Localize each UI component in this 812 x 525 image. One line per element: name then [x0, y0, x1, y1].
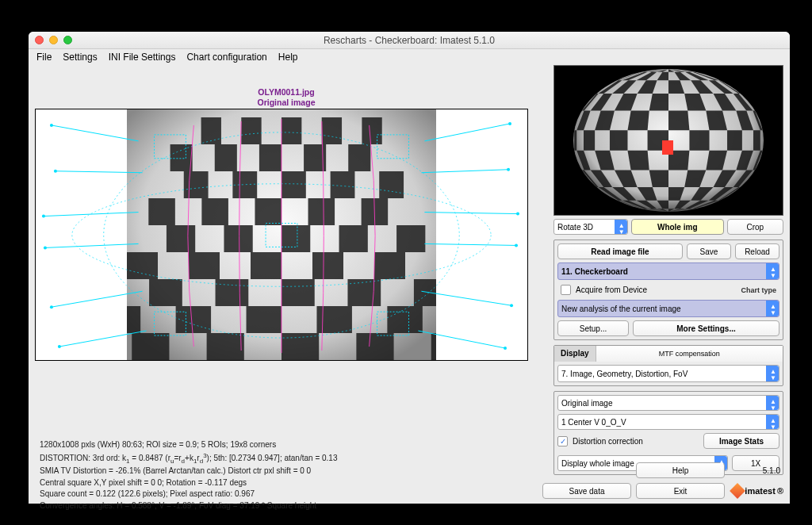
- svg-line-55: [421, 170, 508, 173]
- svg-line-54: [424, 124, 510, 141]
- titlebar: Rescharts - Checkerboard: Imatest 5.1.0: [29, 32, 790, 49]
- svg-point-61: [54, 170, 57, 173]
- svg-marker-120: [753, 130, 760, 151]
- svg-marker-119: [727, 130, 742, 151]
- svg-line-49: [56, 171, 143, 173]
- svg-point-62: [42, 215, 45, 218]
- svg-line-50: [44, 213, 139, 217]
- svg-line-58: [421, 291, 511, 305]
- svg-marker-116: [610, 130, 628, 151]
- menu-ini[interactable]: INI File Settings: [109, 52, 176, 63]
- distortion-checkbox[interactable]: ✓: [557, 436, 568, 446]
- svg-point-70: [510, 304, 513, 307]
- menu-settings[interactable]: Settings: [63, 52, 97, 63]
- main-image-view[interactable]: [35, 109, 528, 361]
- acquire-checkbox[interactable]: [561, 285, 571, 295]
- svg-marker-109: [627, 111, 649, 131]
- acquire-label: Acquire from Device: [576, 285, 647, 294]
- version-label: 5.1.0: [730, 466, 783, 475]
- svg-point-67: [507, 168, 510, 171]
- menu-help[interactable]: Help: [278, 52, 298, 63]
- menu-file[interactable]: File: [36, 52, 52, 63]
- svg-point-71: [504, 347, 507, 350]
- svg-point-69: [515, 244, 518, 247]
- distortion-vectors: [36, 109, 527, 361]
- analysis-select[interactable]: New analysis of the current image▲▼: [557, 300, 779, 317]
- display-select[interactable]: 7. Image, Geometry, Distortion, FoV▲▼: [557, 365, 779, 382]
- save-data-button[interactable]: Save data: [542, 483, 631, 499]
- svg-marker-131: [649, 170, 668, 187]
- svg-point-63: [44, 247, 47, 250]
- svg-marker-110: [668, 111, 689, 131]
- menu-chart-config[interactable]: Chart configuration: [186, 52, 266, 63]
- svg-marker-103: [649, 94, 668, 111]
- image-type-select[interactable]: Original image▲▼: [557, 395, 779, 411]
- exit-button[interactable]: Exit: [636, 483, 725, 499]
- svg-marker-118: [689, 130, 709, 151]
- svg-point-68: [516, 213, 519, 216]
- svg-rect-156: [662, 140, 673, 155]
- svg-rect-76: [377, 312, 409, 335]
- module-select[interactable]: 11. Checkerboard▲▼: [557, 262, 779, 280]
- preview-3d[interactable]: [553, 65, 783, 216]
- svg-point-60: [50, 124, 53, 127]
- svg-line-51: [45, 244, 139, 248]
- chart-type-label: Chart type: [741, 286, 776, 294]
- svg-line-52: [52, 291, 143, 307]
- svg-line-53: [59, 331, 147, 347]
- whole-img-button[interactable]: Whole img: [631, 219, 724, 235]
- setup-button[interactable]: Setup...: [557, 320, 629, 336]
- reload-button[interactable]: Reload: [735, 243, 779, 259]
- svg-marker-114: [574, 130, 576, 151]
- distortion-label: Distortion correction: [573, 437, 643, 446]
- svg-line-48: [52, 125, 139, 141]
- window-title: Rescharts - Checkerboard: Imatest 5.1.0: [29, 35, 790, 46]
- crop-button[interactable]: Crop: [727, 219, 783, 235]
- help-button[interactable]: Help: [636, 462, 725, 478]
- image-title: OLYM0011.jpg Original image: [35, 65, 538, 107]
- svg-line-56: [424, 213, 518, 214]
- display-section-label: Display: [554, 346, 596, 362]
- rotate-select[interactable]: Rotate 3D▲▼: [553, 219, 628, 235]
- diamond-icon: [730, 483, 745, 499]
- svg-point-64: [50, 305, 53, 308]
- svg-line-57: [424, 244, 516, 246]
- stats-text: 1280x1008 pxls (WxH) 80:63; ROI size = 0…: [40, 439, 337, 512]
- svg-rect-75: [155, 312, 186, 335]
- svg-point-66: [508, 122, 511, 125]
- read-image-button[interactable]: Read image file: [557, 243, 683, 259]
- more-settings-button[interactable]: More Settings...: [633, 320, 779, 336]
- brand-logo: imatest®: [730, 485, 783, 496]
- svg-line-59: [418, 331, 505, 348]
- svg-marker-115: [584, 130, 595, 151]
- svg-point-65: [58, 345, 61, 348]
- svg-marker-123: [627, 151, 649, 171]
- image-stats-button[interactable]: Image Stats: [703, 433, 779, 449]
- mtf-comp-button[interactable]: MTF compensation: [596, 346, 783, 362]
- menubar: File Settings INI File Settings Chart co…: [29, 49, 790, 65]
- center-select[interactable]: 1 Center V 0_O_V▲▼: [557, 414, 779, 430]
- save-button[interactable]: Save: [687, 243, 731, 259]
